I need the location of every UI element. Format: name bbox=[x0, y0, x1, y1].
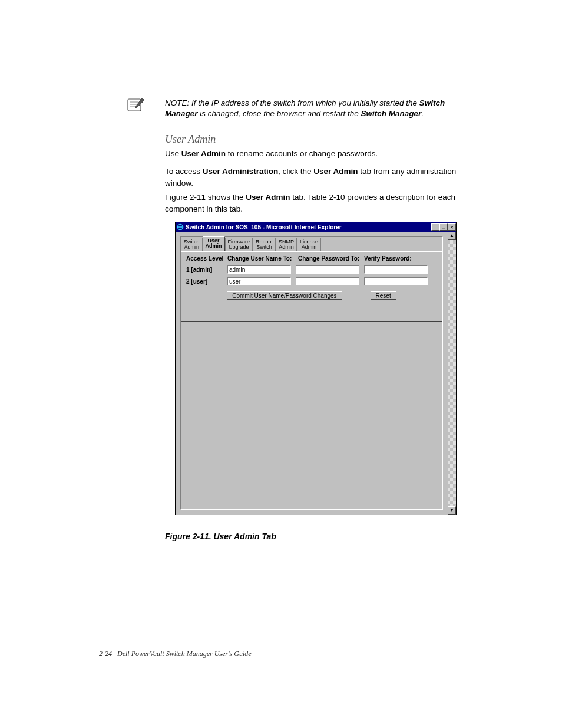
password-input-user[interactable] bbox=[296, 277, 359, 285]
note-text: NOTE: If the IP address of the switch fr… bbox=[165, 98, 459, 119]
page-footer: 2-24 Dell PowerVault Switch Manager User… bbox=[99, 650, 252, 658]
username-input-user[interactable] bbox=[227, 277, 291, 285]
header-change-username: Change User Name To: bbox=[227, 255, 298, 262]
note-icon bbox=[127, 97, 146, 113]
tab-user-admin[interactable]: User Admin bbox=[203, 236, 225, 251]
window-title: Switch Admin for SOS_105 - Microsoft Int… bbox=[186, 224, 342, 230]
window-titlebar: Switch Admin for SOS_105 - Microsoft Int… bbox=[176, 222, 456, 232]
tab-strip: Switch Admin User Admin Firmware Upgrade… bbox=[181, 237, 442, 251]
document-page: NOTE: If the IP address of the switch fr… bbox=[0, 0, 562, 728]
table-row: 2 [user] bbox=[181, 277, 442, 285]
window-content: ▲ ▼ Switch Admin User Admin Firmware Upg… bbox=[176, 232, 456, 515]
row-label-user: 2 [user] bbox=[186, 278, 227, 285]
admin-panel: Switch Admin User Admin Firmware Upgrade… bbox=[180, 236, 443, 510]
page-number: 2-24 bbox=[99, 650, 112, 658]
column-headers: Access Level Change User Name To: Change… bbox=[181, 255, 442, 262]
paragraph-2: To access User Administration, click the… bbox=[165, 166, 459, 189]
paragraph-3: Figure 2-11 shows the User Admin tab. Ta… bbox=[165, 192, 459, 215]
close-button[interactable]: × bbox=[448, 223, 456, 231]
minimize-button[interactable]: _ bbox=[431, 223, 439, 231]
commit-button[interactable]: Commit User Name/Password Changes bbox=[227, 291, 342, 300]
note-bold-2: Switch Manager bbox=[361, 109, 421, 118]
ie-icon bbox=[177, 223, 184, 230]
note-prefix: NOTE: If the IP address of the switch fr… bbox=[165, 98, 419, 107]
tab-license-admin[interactable]: License Admin bbox=[297, 238, 321, 252]
header-access-level: Access Level bbox=[186, 255, 227, 262]
table-row: 1 [admin] bbox=[181, 265, 442, 274]
tab-reboot-switch[interactable]: Reboot Switch bbox=[253, 238, 276, 252]
tab-switch-admin[interactable]: Switch Admin bbox=[181, 238, 203, 252]
tab-body: Access Level Change User Name To: Change… bbox=[181, 251, 442, 322]
vertical-scrollbar[interactable]: ▲ ▼ bbox=[448, 232, 456, 515]
footer-title: Dell PowerVault Switch Manager User's Gu… bbox=[117, 650, 252, 658]
note-suffix: . bbox=[421, 109, 424, 118]
verify-password-input-user[interactable] bbox=[364, 277, 428, 285]
note-mid: is changed, close the browser and restar… bbox=[198, 109, 361, 118]
password-input-admin[interactable] bbox=[296, 265, 359, 274]
scroll-down-icon[interactable]: ▼ bbox=[448, 506, 456, 515]
row-label-admin: 1 [admin] bbox=[186, 266, 227, 273]
window-controls: _ □ × bbox=[431, 223, 456, 231]
verify-password-input-admin[interactable] bbox=[364, 265, 428, 274]
reset-button[interactable]: Reset bbox=[371, 291, 396, 300]
tab-snmp-admin[interactable]: SNMP Admin bbox=[276, 238, 297, 252]
scroll-up-icon[interactable]: ▲ bbox=[448, 232, 456, 240]
tab-firmware-upgrade[interactable]: Firmware Upgrade bbox=[225, 238, 253, 252]
username-input-admin[interactable] bbox=[227, 265, 291, 274]
screenshot-window: Switch Admin for SOS_105 - Microsoft Int… bbox=[175, 222, 457, 515]
maximize-button[interactable]: □ bbox=[439, 223, 448, 231]
figure-caption: Figure 2-11. User Admin Tab bbox=[165, 532, 276, 541]
section-heading: User Admin bbox=[165, 133, 216, 146]
button-row: Commit User Name/Password Changes Reset bbox=[181, 291, 442, 300]
header-verify-password: Verify Password: bbox=[364, 255, 423, 262]
header-change-password: Change Password To: bbox=[298, 255, 364, 262]
paragraph-1: Use User Admin to rename accounts or cha… bbox=[165, 148, 459, 160]
